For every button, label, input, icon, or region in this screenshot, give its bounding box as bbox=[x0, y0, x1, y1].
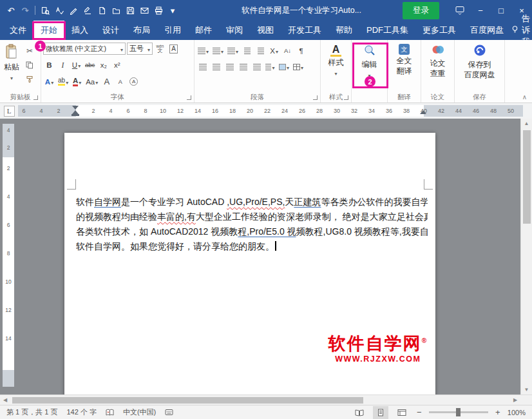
ribbon-tab[interactable]: 视图 bbox=[250, 21, 281, 40]
ribbon-tab[interactable]: 帮助 bbox=[328, 21, 359, 40]
tab-stop-selector[interactable]: L bbox=[4, 106, 15, 117]
scroll-right-arrow[interactable]: ▶ bbox=[510, 395, 520, 405]
ribbon-tab[interactable]: 文件 bbox=[3, 21, 33, 40]
horizontal-scroll-thumb[interactable] bbox=[12, 397, 363, 404]
customize-qat-button[interactable]: ▾ bbox=[166, 2, 180, 19]
email-button[interactable] bbox=[137, 2, 151, 19]
document-text[interactable]: 软件自学网是一个专业学习 AutoCAD ,UG,Pro/E,PS,天正建筑等各… bbox=[76, 195, 428, 254]
left-indent-marker[interactable] bbox=[71, 114, 79, 116]
page[interactable]: 软件自学网是一个专业学习 AutoCAD ,UG,Pro/E,PS,天正建筑等各… bbox=[64, 133, 435, 395]
numbering-button[interactable] bbox=[211, 44, 225, 57]
underline-button[interactable]: U bbox=[70, 58, 82, 72]
zoom-slider-thumb[interactable] bbox=[456, 408, 461, 416]
read-mode-button[interactable] bbox=[352, 406, 367, 419]
ribbon-tab[interactable]: 更多工具 bbox=[415, 21, 463, 40]
show-formatting-marks-button[interactable]: ¶ bbox=[295, 44, 307, 57]
align-center-button[interactable] bbox=[210, 60, 222, 73]
zoom-slider-track[interactable] bbox=[429, 411, 488, 413]
zoom-in-button[interactable]: + bbox=[494, 407, 502, 417]
styles-button[interactable]: A 样式 bbox=[326, 41, 347, 79]
paper-check-button[interactable]: 论文 查重 bbox=[428, 41, 448, 78]
cut-button[interactable]: ✂ bbox=[23, 44, 36, 57]
redo-button[interactable]: ↷ bbox=[18, 2, 32, 19]
sort-button[interactable]: A↓ bbox=[281, 44, 294, 57]
word-count-status[interactable]: 142 个 字 bbox=[66, 407, 96, 417]
scroll-down-arrow[interactable]: ▼ bbox=[521, 385, 532, 395]
clipboard-dialog-launcher[interactable] bbox=[33, 95, 38, 100]
edit-pen-button[interactable] bbox=[66, 2, 81, 19]
first-line-indent-marker[interactable] bbox=[72, 106, 79, 110]
font-color-button[interactable]: A bbox=[71, 75, 83, 88]
superscript-button[interactable]: x² bbox=[111, 58, 123, 72]
scroll-left-arrow[interactable]: ◀ bbox=[0, 395, 10, 405]
zoom-out-button[interactable]: − bbox=[415, 407, 423, 417]
text-line[interactable]: 软件自学网是一个专业学习 AutoCAD ,UG,Pro/E,PS,天正建筑等各… bbox=[76, 195, 428, 210]
ribbon-tab-active[interactable]: 开始 bbox=[33, 21, 64, 40]
login-button[interactable]: 登录 bbox=[403, 2, 439, 19]
ribbon-tab[interactable]: 开发工具 bbox=[281, 21, 328, 40]
enclose-characters-button[interactable]: A bbox=[128, 75, 140, 88]
multilevel-list-button[interactable] bbox=[226, 44, 240, 57]
ribbon-tab[interactable]: 邮件 bbox=[188, 21, 219, 40]
save-button[interactable] bbox=[123, 2, 137, 19]
decrease-indent-button[interactable] bbox=[241, 44, 253, 57]
spelling-button[interactable] bbox=[52, 2, 66, 19]
styles-dialog-launcher[interactable] bbox=[344, 95, 348, 100]
full-text-translate-button[interactable]: 文 全文 翻译 bbox=[394, 41, 415, 75]
text-line[interactable]: 各类软件技术，如 AutoCAD2012 视频教程,Pro/E5.0 视频教程,… bbox=[76, 224, 428, 239]
grow-font-button[interactable]: A bbox=[100, 75, 113, 88]
page-number-status[interactable]: 第 1 页，共 1 页 bbox=[6, 407, 57, 417]
quick-print-button[interactable] bbox=[151, 2, 166, 19]
horizontal-ruler[interactable]: 6422468101214161820222426283032343638404… bbox=[18, 105, 523, 117]
ribbon-tab[interactable]: 审阅 bbox=[219, 21, 250, 40]
language-status[interactable]: 中文(中国) bbox=[123, 407, 156, 417]
strikethrough-button[interactable]: abc bbox=[84, 58, 96, 72]
bullets-button[interactable] bbox=[196, 44, 210, 57]
increase-indent-button[interactable] bbox=[254, 44, 267, 57]
new-document-button[interactable] bbox=[95, 2, 109, 19]
text-effects-button[interactable]: A bbox=[43, 75, 55, 88]
asian-layout-button[interactable]: X bbox=[268, 44, 280, 57]
align-left-button[interactable] bbox=[196, 60, 209, 73]
text-line[interactable]: 软件自学网。如果您觉得好，请分享给您的朋友。 bbox=[76, 239, 428, 254]
ribbon-tab[interactable]: 设计 bbox=[95, 21, 126, 40]
distribute-button[interactable] bbox=[251, 60, 263, 73]
borders-button[interactable] bbox=[292, 60, 305, 73]
line-spacing-button[interactable] bbox=[264, 60, 276, 73]
minimize-button[interactable]: − bbox=[470, 0, 491, 21]
ribbon-tab[interactable]: 百度网盘 bbox=[463, 21, 511, 40]
highlight-color-button[interactable]: ab bbox=[57, 75, 70, 88]
character-border-button[interactable]: A bbox=[167, 42, 180, 55]
font-name-combo[interactable]: 微软雅黑 (中文正文) bbox=[43, 43, 126, 55]
maximize-button[interactable]: □ bbox=[491, 0, 511, 21]
print-layout-button[interactable] bbox=[373, 406, 388, 419]
italic-button[interactable]: I bbox=[57, 58, 69, 72]
ink-pen-button[interactable] bbox=[81, 2, 95, 19]
shading-button[interactable] bbox=[278, 60, 290, 73]
bold-button[interactable]: B bbox=[43, 58, 55, 72]
ribbon-tab[interactable]: PDF工具集 bbox=[359, 21, 415, 40]
horizontal-scrollbar[interactable]: ◀ ▶ bbox=[0, 395, 532, 405]
shrink-font-button[interactable]: A bbox=[114, 75, 126, 88]
text-line[interactable]: 的视频教程均由经验丰富的,有大型企业工作经验的资深老师录制， 绝对是大家立足社会… bbox=[76, 210, 428, 224]
font-size-combo[interactable]: 五号 bbox=[127, 43, 153, 55]
paragraph-dialog-launcher[interactable] bbox=[313, 95, 318, 100]
vertical-ruler[interactable]: 422468101214 bbox=[3, 124, 14, 387]
align-right-button[interactable] bbox=[223, 60, 236, 73]
editing-button[interactable]: 编辑 bbox=[359, 41, 380, 81]
vertical-scrollbar[interactable]: ▲ ▼ bbox=[520, 119, 532, 395]
save-to-baidu-pan-button[interactable]: 保存到 百度网盘 bbox=[462, 41, 498, 79]
format-painter-button[interactable] bbox=[23, 73, 36, 85]
scroll-up-arrow[interactable]: ▲ bbox=[521, 119, 532, 128]
subscript-button[interactable]: x₂ bbox=[97, 58, 109, 72]
pinyin-guide-button[interactable]: wén文 bbox=[154, 42, 166, 55]
proofing-status-icon[interactable] bbox=[106, 409, 114, 416]
paste-button[interactable]: 粘贴 bbox=[1, 41, 22, 83]
change-case-button[interactable]: Aa bbox=[84, 75, 99, 88]
open-folder-button[interactable] bbox=[109, 2, 123, 19]
font-dialog-launcher[interactable] bbox=[187, 95, 191, 100]
ribbon-display-options-button[interactable] bbox=[450, 0, 470, 21]
undo-button[interactable]: ↶ bbox=[4, 2, 18, 19]
ribbon-tab[interactable]: 引用 bbox=[157, 21, 188, 40]
ribbon-tab[interactable]: 布局 bbox=[126, 21, 157, 40]
